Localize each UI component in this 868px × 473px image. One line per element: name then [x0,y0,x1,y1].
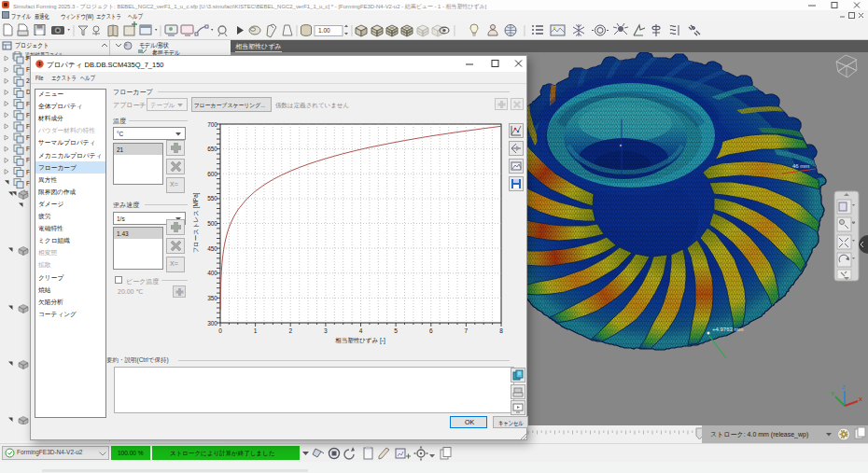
svg-text:フローストレス [MPa]: フローストレス [MPa] [192,192,200,253]
svg-text:1.00: 1.00 [318,27,330,34]
svg-text:X: X [859,396,862,402]
svg-text:46 mm: 46 mm [792,163,809,169]
svg-text:0: 0 [218,327,222,334]
svg-text:2: 2 [288,327,292,334]
svg-text:相当塑性ひずみ [-]: 相当塑性ひずみ [-] [334,337,385,344]
svg-text:500: 500 [207,220,217,227]
svg-text:600: 600 [207,171,217,177]
svg-text:1: 1 [254,327,258,334]
svg-text:Y: Y [831,391,834,396]
svg-text:700: 700 [207,121,217,128]
svg-text:3: 3 [324,327,328,334]
svg-text:650: 650 [207,146,217,152]
svg-text:300: 300 [207,320,217,327]
svg-text:4: 4 [359,327,363,334]
svg-text:350: 350 [207,295,217,301]
svg-text:Z: Z [842,384,846,390]
svg-text:8: 8 [499,327,503,334]
svg-text:450: 450 [207,245,217,252]
svg-text:6: 6 [429,327,433,334]
svg-text:ストローク: 4.0 mm (release_wp): ストローク: 4.0 mm (release_wp) [710,431,808,438]
svg-text:+4.9763 mm: +4.9763 mm [712,327,744,332]
svg-text:7: 7 [465,327,469,334]
svg-text:550: 550 [207,195,217,202]
svg-text:400: 400 [207,270,217,276]
svg-text:5: 5 [394,327,398,334]
